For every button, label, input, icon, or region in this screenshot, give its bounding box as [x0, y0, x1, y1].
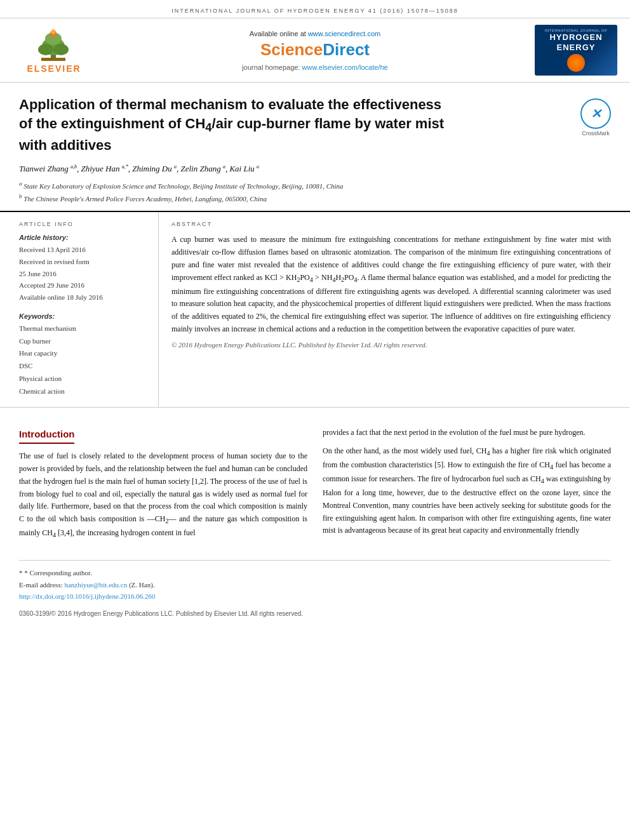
svg-point-6	[51, 29, 55, 34]
footnote-section: * * Corresponding author. E-mail address…	[19, 560, 611, 608]
corresponding-star: *	[19, 569, 23, 577]
crossmark-label: CrossMark	[580, 130, 611, 137]
keyword-cup-burner: Cup burner	[19, 335, 148, 348]
keyword-thermal-mechanism: Thermal mechanism	[19, 323, 148, 335]
sciencedirect-url[interactable]: www.sciencedirect.com	[308, 30, 380, 37]
article-history: Article history: Received 13 April 2016 …	[19, 234, 148, 303]
keyword-dsc: DSC	[19, 360, 148, 373]
corresponding-label: * Corresponding author.	[24, 569, 92, 577]
journal-homepage-url[interactable]: www.elsevier.com/locate/he	[302, 63, 388, 71]
article-info-label: ARTICLE INFO	[19, 221, 148, 227]
keyword-heat-capacity: Heat capacity	[19, 347, 148, 360]
keyword-physical-action: Physical action	[19, 373, 148, 385]
email-footnote: E-mail address: hanzhiyue@bit.edu.cn (Z.…	[19, 579, 611, 591]
abstract-text: A cup burner was used to measure the min…	[171, 234, 611, 335]
article-title: Application of thermal mechanism to eval…	[19, 95, 451, 155]
article-info-abstract-section: ARTICLE INFO Article history: Received 1…	[0, 212, 630, 407]
accepted-date: Accepted 29 June 2016	[19, 279, 148, 291]
abstract-column: ABSTRACT A cup burner was used to measur…	[159, 212, 611, 406]
introduction-left-column: Introduction The use of fuel is closely …	[19, 427, 307, 548]
elsevier-brand-text: ELSEVIER	[27, 63, 81, 74]
article-info-column: ARTICLE INFO Article history: Received 1…	[19, 212, 159, 406]
elsevier-tree-icon	[25, 27, 83, 62]
authors: Tianwei Zhang a,b, Zhiyue Han a,*, Zhimi…	[19, 164, 611, 174]
svg-point-3	[53, 44, 69, 55]
email-label: E-mail address:	[19, 581, 63, 589]
intro-right-para1: provides a fact that the next period in …	[323, 427, 611, 439]
doi-footnote: http://dx.doi.org/10.1016/j.ijhydene.201…	[19, 590, 611, 603]
crossmark-area[interactable]: ✕ CrossMark	[580, 98, 611, 137]
intro-right-para2: On the other hand, as the most widely us…	[323, 445, 611, 537]
available-online-text: Available online at www.sciencedirect.co…	[95, 30, 535, 37]
introduction-section-title: Introduction	[19, 427, 74, 444]
keyword-chemical-action: Chemical action	[19, 385, 148, 398]
available-online-date: Available online 18 July 2016	[19, 291, 148, 303]
intro-left-para1: The use of fuel is closely related to th…	[19, 450, 307, 541]
journal-header: INTERNATIONAL JOURNAL OF HYDROGEN ENERGY…	[0, 0, 630, 18]
affiliations: a State Key Laboratory of Explosion Scie…	[19, 179, 611, 205]
footer-copyright-text: 0360-3199/© 2016 Hydrogen Energy Publica…	[19, 610, 303, 617]
copyright-footer: 0360-3199/© 2016 Hydrogen Energy Publica…	[0, 608, 630, 623]
title-section: Application of thermal mechanism to eval…	[0, 83, 630, 212]
hydrogen-logo-circle	[567, 54, 585, 72]
introduction-right-column: provides a fact that the next period in …	[323, 427, 611, 548]
keywords-section: Keywords: Thermal mechanism Cup burner H…	[19, 312, 148, 398]
journal-homepage-line: journal homepage: www.elsevier.com/locat…	[95, 63, 535, 71]
doi-link[interactable]: http://dx.doi.org/10.1016/j.ijhydene.201…	[19, 592, 156, 600]
sciencedirect-brand: ScienceDirect	[95, 40, 535, 60]
introduction-two-col: Introduction The use of fuel is closely …	[19, 427, 611, 548]
abstract-copyright: © 2016 Hydrogen Energy Publications LLC.…	[171, 341, 611, 349]
history-label: Article history:	[19, 234, 148, 241]
logo-bar: ELSEVIER Available online at www.science…	[0, 18, 630, 83]
science-text: Science	[260, 40, 323, 59]
body-content: Introduction The use of fuel is closely …	[0, 408, 630, 561]
email-author: (Z. Han).	[129, 581, 155, 589]
hydrogen-energy-logo: International Journal of HYDROGENENERGY	[535, 25, 617, 76]
keywords-label: Keywords:	[19, 312, 148, 320]
journal-header-text: INTERNATIONAL JOURNAL OF HYDROGEN ENERGY…	[171, 8, 459, 14]
svg-point-2	[38, 44, 53, 55]
received-revised-date: Received in revised form25 June 2016	[19, 256, 148, 279]
received-date: Received 13 April 2016	[19, 244, 148, 256]
corresponding-author-note: * * Corresponding author.	[19, 567, 611, 579]
hydrogen-journal-name: HYDROGENENERGY	[549, 32, 602, 52]
direct-text: Direct	[323, 40, 370, 59]
crossmark-icon[interactable]: ✕	[580, 98, 611, 129]
center-logo-area: Available online at www.sciencedirect.co…	[95, 30, 535, 71]
abstract-label: ABSTRACT	[171, 221, 611, 227]
elsevier-logo: ELSEVIER	[13, 25, 95, 76]
svg-rect-7	[41, 58, 65, 61]
email-link[interactable]: hanzhiyue@bit.edu.cn	[64, 581, 127, 589]
